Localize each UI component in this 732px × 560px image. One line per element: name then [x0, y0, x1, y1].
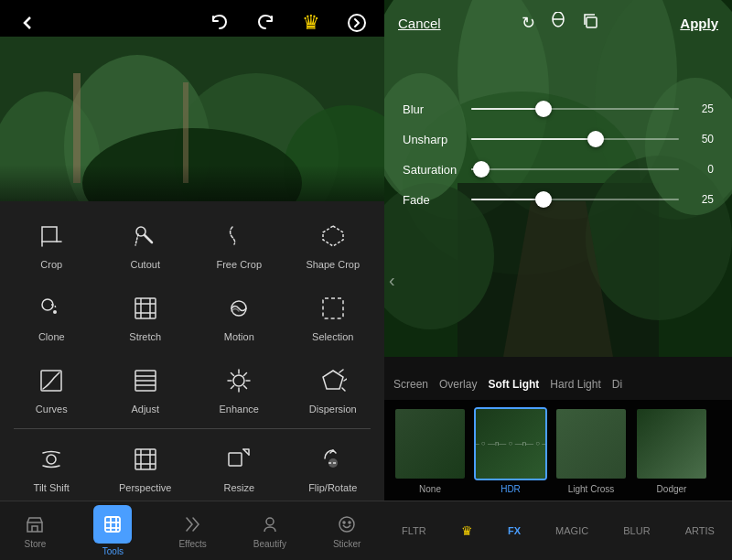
- tiltshift-icon: [33, 441, 70, 478]
- freecrop-icon: [221, 218, 257, 254]
- blur-nav-item[interactable]: BLUR: [619, 521, 654, 541]
- unsharp-slider-row: Unsharp 50: [403, 131, 714, 147]
- cutout-icon: [127, 218, 164, 254]
- tools-row-2: Clone Stretch Motion Selection: [5, 283, 380, 350]
- adjust-tool[interactable]: Adjust: [104, 355, 187, 423]
- lightcross-thumb[interactable]: Light Cross: [554, 407, 628, 494]
- svg-point-43: [47, 455, 56, 464]
- redo-button[interactable]: [252, 9, 279, 37]
- artist-nav-item[interactable]: ARTIS: [681, 521, 719, 541]
- fliprotate-icon: [315, 441, 351, 478]
- svg-rect-44: [135, 449, 156, 469]
- forward-button[interactable]: [343, 9, 371, 37]
- sticker-nav-item[interactable]: Sticker: [324, 508, 371, 554]
- svg-point-30: [233, 375, 244, 386]
- refresh-icon[interactable]: ↻: [522, 13, 535, 33]
- effects-nav-item[interactable]: Effects: [169, 508, 215, 554]
- dodger-thumb-label: Dodger: [657, 484, 687, 494]
- sticker-nav-label: Sticker: [333, 539, 361, 549]
- tools-nav-item[interactable]: Tools: [84, 501, 141, 560]
- fade-label: Fade: [403, 193, 471, 207]
- hdr-thumb[interactable]: HDR: [474, 407, 547, 494]
- cutout-tool[interactable]: Cutout: [104, 210, 187, 278]
- curves-tool[interactable]: Curves: [10, 355, 92, 423]
- perspective-tool[interactable]: Perspective: [104, 434, 187, 501]
- hardlight-blend[interactable]: Hard Light: [550, 378, 600, 391]
- copy-icon[interactable]: [581, 12, 599, 35]
- shapecrop-icon: [315, 218, 351, 254]
- blur-slider[interactable]: [471, 101, 679, 117]
- crown-icon[interactable]: ♛: [297, 9, 325, 37]
- svg-rect-18: [135, 298, 156, 318]
- store-nav-item[interactable]: Store: [14, 508, 56, 554]
- saturation-slider[interactable]: [471, 161, 679, 178]
- svg-rect-49: [229, 453, 242, 466]
- fade-slider[interactable]: [471, 191, 679, 208]
- resize-icon: [221, 441, 257, 478]
- saturation-value: 0: [686, 163, 714, 176]
- svg-point-57: [339, 517, 354, 532]
- selection-tool[interactable]: Selection: [292, 283, 374, 350]
- dispersion-icon: [315, 362, 351, 399]
- svg-rect-51: [105, 517, 120, 532]
- shapecrop-tool[interactable]: Shape Crop: [292, 210, 374, 278]
- hdr-thumb-label: HDR: [501, 484, 521, 494]
- back-button[interactable]: [14, 9, 41, 37]
- fltr-nav-item[interactable]: FLTR: [397, 521, 431, 541]
- dodger-thumb-img: [635, 407, 708, 480]
- tools-nav-label: Tools: [102, 546, 124, 556]
- cancel-button[interactable]: Cancel: [398, 16, 441, 31]
- blur-label: Blur: [403, 102, 471, 116]
- eraser-icon[interactable]: [549, 12, 567, 35]
- softlight-blend[interactable]: Soft Light: [488, 378, 539, 391]
- crop-label: Crop: [40, 259, 62, 271]
- svg-line-35: [231, 373, 234, 376]
- unsharp-slider[interactable]: [471, 131, 679, 147]
- curves-icon: [33, 362, 70, 399]
- fx-nav-item[interactable]: FX: [503, 521, 525, 541]
- svg-line-37: [244, 373, 247, 376]
- overlay-blend[interactable]: Overlay: [439, 378, 477, 391]
- dispersion-tool[interactable]: Dispersion: [292, 355, 374, 423]
- cutout-label: Cutout: [131, 259, 160, 271]
- di-blend[interactable]: Di: [612, 378, 622, 391]
- svg-rect-10: [42, 227, 57, 242]
- svg-line-42: [342, 388, 345, 391]
- undo-button[interactable]: [206, 9, 233, 37]
- tiltshift-tool[interactable]: Tilt Shift: [10, 434, 92, 501]
- left-top-nav: ♛: [0, 0, 384, 46]
- clone-tool[interactable]: Clone: [10, 283, 92, 350]
- none-thumb[interactable]: None: [393, 407, 467, 494]
- apply-button[interactable]: Apply: [680, 16, 718, 31]
- lightcross-thumb-label: Light Cross: [568, 484, 615, 494]
- unsharp-label: Unsharp: [403, 133, 471, 146]
- dispersion-label: Dispersion: [309, 404, 357, 415]
- svg-marker-15: [323, 226, 343, 246]
- stretch-tool[interactable]: Stretch: [104, 283, 187, 350]
- fliprotate-tool[interactable]: Flip/Rotate: [292, 434, 374, 501]
- svg-point-58: [343, 522, 345, 523]
- beautify-nav-item[interactable]: Beautify: [244, 508, 296, 554]
- crown-nav-item[interactable]: ♛: [457, 519, 478, 543]
- lightcross-thumb-img: [554, 407, 628, 480]
- curves-label: Curves: [36, 404, 68, 415]
- left-scroll-arrow[interactable]: ‹: [389, 270, 395, 291]
- resize-tool[interactable]: Resize: [198, 434, 280, 501]
- crop-tool[interactable]: Crop: [10, 210, 92, 278]
- motion-tool[interactable]: Motion: [198, 283, 280, 350]
- magic-nav-item[interactable]: MAGIC: [551, 521, 593, 541]
- svg-marker-39: [323, 371, 343, 389]
- tools-row-4: Tilt Shift Perspective Resize Flip/Rotat…: [5, 434, 380, 501]
- freecrop-tool[interactable]: Free Crop: [198, 210, 280, 278]
- svg-rect-8: [183, 82, 188, 183]
- perspective-label: Perspective: [119, 482, 171, 494]
- effects-icon: [181, 512, 205, 536]
- selection-label: Selection: [312, 331, 353, 343]
- screen-blend[interactable]: Screen: [393, 378, 428, 391]
- crop-icon: [33, 218, 70, 254]
- stretch-label: Stretch: [129, 331, 161, 343]
- right-panel: Cancel ↻ Apply Blur: [384, 0, 732, 560]
- dodger-thumb[interactable]: Dodger: [635, 407, 708, 494]
- tools-icon: [93, 505, 132, 544]
- enhance-tool[interactable]: Enhance: [198, 355, 280, 423]
